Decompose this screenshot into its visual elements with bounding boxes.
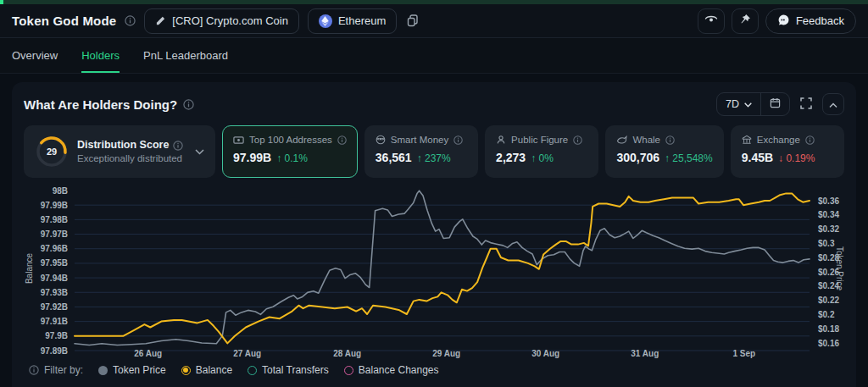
distribution-score-card[interactable]: 29 Distribution Score Exceptionally dist… [24, 125, 215, 178]
smart-money-delta: ↑ 237% [417, 152, 451, 164]
time-range-control: 7D [716, 92, 790, 116]
info-icon[interactable] [125, 15, 136, 26]
svg-text:98B: 98B [53, 186, 68, 196]
pin-icon [739, 14, 751, 28]
distribution-score-subtitle: Exceptionally distributed [77, 152, 183, 164]
whale-card[interactable]: Whale 300,706 ↑ 25,548% [605, 125, 723, 178]
chart-filter-bar: Filter by: Token Price Balance Total Tra… [24, 364, 844, 376]
app-header: Token God Mode [CRO] Crypto.com Coin Eth… [0, 4, 868, 38]
main-tabs: Overview Holders PnL Leaderboard [0, 38, 868, 74]
legend-balance-changes[interactable]: Balance Changes [344, 364, 439, 376]
progress-indicator [0, 0, 3, 4]
token-select-label: [CRO] Crypto.com Coin [172, 14, 288, 27]
public-figure-card[interactable]: Public Figure 2,273 ↑ 0% [485, 125, 598, 178]
public-figure-label: Public Figure [511, 135, 568, 145]
copy-address-icon[interactable] [405, 13, 420, 29]
legend-token-price[interactable]: Token Price [98, 364, 166, 376]
svg-text:97.91B: 97.91B [41, 317, 68, 326]
chevron-down-icon[interactable] [195, 149, 204, 155]
holders-panel: What Are Holders Doing? 7D [12, 82, 856, 387]
exchange-label: Exchange [757, 135, 800, 145]
svg-text:97.95B: 97.95B [41, 258, 68, 268]
total-transfers-ring-icon [248, 366, 257, 375]
banknote-icon [233, 135, 244, 145]
legend-balance-label: Balance [196, 364, 232, 376]
tab-overview[interactable]: Overview [12, 38, 58, 73]
top-100-info-icon[interactable] [337, 135, 347, 145]
exchange-delta: ↓ 0.19% [778, 152, 815, 164]
svg-text:Token Price: Token Price [835, 246, 844, 291]
svg-text:30 Aug: 30 Aug [531, 349, 559, 358]
balance-changes-ring-icon [344, 366, 353, 375]
exchange-card[interactable]: Exchange 9.45B ↓ 0.19% [731, 125, 844, 178]
svg-text:$0.2: $0.2 [818, 310, 835, 319]
calendar-icon [770, 97, 781, 111]
distribution-score-label: Distribution Score [77, 139, 169, 152]
range-dropdown[interactable]: 7D [717, 93, 760, 115]
tab-holders[interactable]: Holders [81, 38, 120, 73]
whale-info-icon[interactable] [665, 135, 675, 145]
svg-text:$0.34: $0.34 [818, 210, 839, 219]
legend-balance[interactable]: Balance [181, 364, 232, 376]
collapse-panel-button[interactable] [822, 93, 844, 115]
page-title: Token God Mode [12, 14, 116, 28]
balance-radio-icon [181, 366, 191, 375]
chain-select-button[interactable]: Ethereum [308, 8, 397, 34]
smart-money-info-icon[interactable] [453, 135, 463, 145]
top-100-value: 97.99B [233, 151, 271, 164]
smart-money-card[interactable]: Smart Money 36,561 ↑ 237% [364, 125, 478, 178]
svg-text:97.9B: 97.9B [45, 331, 68, 340]
holder-stat-cards: 29 Distribution Score Exceptionally dist… [24, 125, 844, 178]
svg-text:Balance: Balance [25, 252, 34, 284]
feedback-button[interactable]: Feedback [765, 8, 856, 34]
svg-text:97.96B: 97.96B [41, 244, 68, 253]
top-100-label: Top 100 Addresses [249, 135, 332, 145]
ethereum-icon [319, 14, 332, 28]
legend-balance-changes-label: Balance Changes [359, 364, 439, 376]
watch-eye-button[interactable] [698, 8, 725, 34]
top-100-addresses-card[interactable]: Top 100 Addresses 97.99B ↑ 0.1% [222, 125, 358, 178]
holders-chart-svg[interactable]: 98B97.99B97.98B97.97B97.96B97.95B97.94B9… [24, 181, 844, 361]
smart-money-value: 36,561 [376, 151, 412, 164]
pencil-icon [155, 15, 166, 26]
tab-pnl-leaderboard[interactable]: PnL Leaderboard [143, 38, 228, 73]
svg-text:97.89B: 97.89B [41, 346, 68, 356]
calendar-button[interactable] [760, 93, 789, 115]
exchange-info-icon[interactable] [805, 135, 815, 145]
feedback-bubble-icon [777, 14, 790, 29]
svg-text:27 Aug: 27 Aug [233, 349, 261, 358]
whale-label: Whale [632, 135, 660, 145]
distribution-info-icon[interactable] [173, 141, 183, 151]
token-select-button[interactable]: [CRO] Crypto.com Coin [144, 8, 299, 34]
whale-delta: ↑ 25,548% [665, 152, 713, 164]
public-figure-info-icon[interactable] [573, 135, 582, 145]
top-progress-strip [0, 0, 868, 4]
feedback-label: Feedback [796, 14, 844, 27]
eye-icon [704, 14, 718, 28]
token-price-dot-icon [98, 366, 108, 375]
svg-text:97.93B: 97.93B [41, 288, 68, 297]
whale-icon [616, 135, 627, 145]
chain-select-label: Ethereum [338, 14, 386, 27]
svg-text:28 Aug: 28 Aug [333, 349, 361, 358]
panel-info-icon[interactable] [183, 99, 194, 110]
filter-info-icon[interactable] [29, 365, 39, 375]
bank-icon [742, 135, 752, 145]
whale-value: 300,706 [616, 151, 659, 164]
distribution-score-gauge: 29 [35, 135, 69, 169]
expand-icon [800, 97, 812, 112]
filter-by-label: Filter by: [44, 364, 83, 376]
svg-text:97.98B: 97.98B [41, 215, 68, 224]
legend-total-transfers[interactable]: Total Transfers [248, 364, 329, 376]
svg-text:$0.22: $0.22 [818, 296, 839, 305]
public-figure-value: 2,273 [496, 151, 526, 164]
svg-text:$0.3: $0.3 [818, 239, 835, 248]
pin-button[interactable] [732, 8, 759, 34]
svg-text:97.94B: 97.94B [41, 274, 68, 283]
range-value: 7D [726, 98, 739, 110]
chevron-up-icon [829, 98, 837, 111]
svg-text:$0.16: $0.16 [818, 339, 839, 348]
svg-text:26 Aug: 26 Aug [134, 349, 162, 358]
fullscreen-button[interactable] [798, 96, 814, 113]
holders-chart[interactable]: 98B97.99B97.98B97.97B97.96B97.95B97.94B9… [24, 181, 844, 361]
